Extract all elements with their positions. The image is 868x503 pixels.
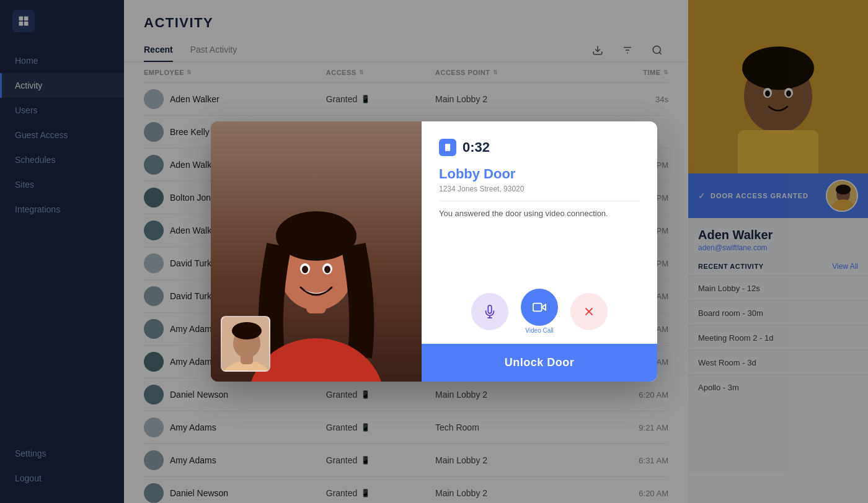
video-mini-avatar	[221, 316, 270, 372]
svg-point-33	[324, 266, 330, 273]
svg-point-39	[232, 322, 262, 339]
modal-video	[211, 121, 422, 382]
svg-point-41	[447, 149, 448, 150]
unlock-door-button[interactable]: Unlock Door	[422, 344, 657, 382]
timer-text: 0:32	[463, 139, 490, 155]
mute-button[interactable]	[471, 293, 508, 330]
phone-modal-icon	[439, 139, 456, 156]
end-call-button[interactable]	[570, 293, 608, 330]
answered-text: You answered the door using video connec…	[439, 201, 640, 218]
video-call-label: Video Call	[525, 327, 553, 334]
modal-info: 0:32 Lobby Door 1234 Jones Street, 93020…	[422, 121, 657, 382]
door-address: 1234 Jones Street, 93020	[439, 185, 640, 193]
svg-rect-45	[533, 304, 542, 312]
video-call-group: Video Call	[521, 289, 558, 334]
modal: 0:32 Lobby Door 1234 Jones Street, 93020…	[211, 121, 657, 382]
svg-marker-44	[542, 304, 546, 310]
modal-overlay[interactable]: 0:32 Lobby Door 1234 Jones Street, 93020…	[0, 0, 868, 503]
svg-point-32	[302, 266, 308, 273]
door-name: Lobby Door	[439, 166, 640, 182]
modal-controls: Video Call	[422, 279, 657, 344]
timer-row: 0:32	[439, 139, 640, 156]
modal-info-content: 0:32 Lobby Door 1234 Jones Street, 93020…	[422, 121, 657, 279]
video-call-button[interactable]	[521, 289, 558, 326]
